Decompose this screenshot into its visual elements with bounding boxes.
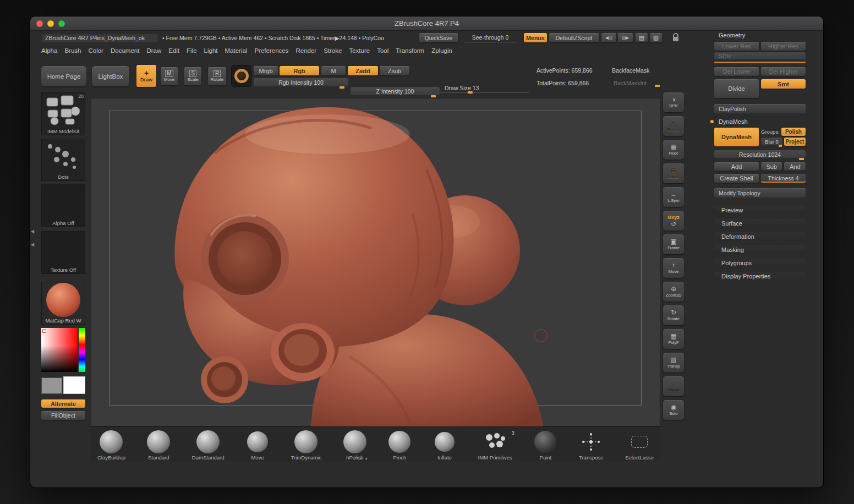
alternate-button[interactable]: Alternate bbox=[41, 399, 85, 408]
draw-size-handle[interactable] bbox=[468, 91, 473, 94]
default-zscript-button[interactable]: DefaultZScript bbox=[549, 33, 599, 42]
resolution-slider[interactable]: Resolution 1024 bbox=[714, 150, 806, 158]
menu-item-zplugin[interactable]: Zplugin bbox=[431, 47, 452, 54]
zadd-button[interactable]: Zadd bbox=[348, 66, 378, 75]
back-mask-int-handle[interactable] bbox=[655, 85, 660, 87]
brush-paint[interactable]: Paint bbox=[534, 430, 557, 461]
color-picker[interactable] bbox=[41, 328, 85, 372]
copy-document-icon[interactable]: ▤ bbox=[636, 33, 648, 42]
menu-item-edit[interactable]: Edit bbox=[168, 47, 179, 54]
dynamesh-add-button[interactable]: Add bbox=[714, 162, 759, 171]
dynamesh-and-button[interactable]: And bbox=[784, 162, 806, 171]
solo-toggle[interactable]: ◉Solo bbox=[663, 400, 684, 420]
create-shell-button[interactable]: Create Shell bbox=[714, 174, 759, 183]
window-titlebar[interactable]: ZBrushCore 4R7 P4 bbox=[30, 17, 823, 31]
back-mask-int-slider[interactable]: BackMaskInt bbox=[614, 79, 647, 87]
rotate-viewport-button[interactable]: ↻Rotate bbox=[663, 305, 684, 325]
thickness-slider[interactable]: Thickness 4 bbox=[761, 174, 806, 183]
imm-modelkit-thumbnail[interactable]: 20 IMM ModelKit bbox=[41, 92, 85, 135]
tool-selectlasso[interactable]: SelectLasso bbox=[625, 430, 654, 461]
surface-section-header[interactable]: Surface bbox=[714, 219, 806, 228]
brush-claybuildup[interactable]: ClayBuildup bbox=[97, 430, 125, 461]
brush-trimdynamic[interactable]: TrimDynamic bbox=[291, 430, 322, 461]
brush-move[interactable]: Move bbox=[246, 430, 269, 461]
saturation-value-square[interactable] bbox=[41, 328, 78, 372]
left-edge-collapse-icon[interactable]: ◀ bbox=[31, 229, 34, 234]
z-intensity-slider[interactable]: Z Intensity 100 bbox=[351, 87, 440, 96]
rgb-button[interactable]: Rgb bbox=[280, 66, 319, 75]
ghost-toggle[interactable]: ◌Ghost bbox=[663, 376, 684, 396]
mrgb-button[interactable]: Mrgb bbox=[254, 66, 278, 75]
menu-item-file[interactable]: File bbox=[187, 47, 197, 54]
export-document-icon[interactable]: ▥ bbox=[650, 33, 662, 42]
m-button[interactable]: M bbox=[321, 66, 346, 75]
perspective-toggle[interactable]: △Persp bbox=[663, 116, 684, 136]
rgb-intensity-handle[interactable] bbox=[340, 86, 344, 89]
rotate-mode-button[interactable]: R Rotate bbox=[208, 67, 226, 85]
close-window-button[interactable] bbox=[36, 20, 43, 27]
menu-item-transform[interactable]: Transform bbox=[396, 47, 424, 54]
blur-handle[interactable] bbox=[779, 145, 782, 147]
floor-grid-toggle[interactable]: ▦Floor bbox=[663, 140, 684, 160]
preview-section-header[interactable]: Preview bbox=[714, 206, 806, 215]
local-transform-toggle[interactable]: ◎Local bbox=[663, 163, 684, 183]
zscript-play-icon[interactable]: ||||▶ bbox=[618, 33, 633, 42]
tray-scroll-arrows-icon[interactable]: ▲▲ bbox=[359, 456, 370, 460]
stroke-dots-thumbnail[interactable]: Dots bbox=[41, 139, 85, 181]
resolution-handle[interactable] bbox=[799, 158, 804, 160]
menu-item-alpha[interactable]: Alpha bbox=[41, 47, 57, 54]
see-through-slider[interactable]: See-through 0 bbox=[465, 33, 516, 42]
left-edge-collapse-icon-2[interactable]: ◀ bbox=[31, 242, 34, 247]
divide-button[interactable]: Divide bbox=[714, 79, 759, 98]
brush-inflate[interactable]: Inflate bbox=[433, 430, 456, 461]
polyframe-toggle[interactable]: ▦PolyF bbox=[663, 329, 684, 349]
del-lower-button[interactable]: Del Lower bbox=[714, 67, 759, 76]
modify-topology-button[interactable]: Modify Topology bbox=[714, 188, 806, 198]
texture-off-thumbnail[interactable]: Texture Off bbox=[41, 231, 85, 274]
fullscreen-window-button[interactable] bbox=[58, 20, 65, 27]
menu-item-stroke[interactable]: Stroke bbox=[324, 47, 342, 54]
display-properties-section-header[interactable]: Display Properties bbox=[714, 272, 806, 281]
minimize-window-button[interactable] bbox=[47, 20, 54, 27]
brush-imm-primitives[interactable]: 3 IMM Primitives bbox=[478, 430, 512, 461]
hue-strip[interactable] bbox=[79, 328, 85, 372]
rgb-intensity-slider[interactable]: Rgb Intensity 100 bbox=[254, 78, 348, 87]
deformation-section-header[interactable]: Deformation bbox=[714, 232, 806, 241]
draw-mode-button[interactable]: + Draw bbox=[136, 65, 156, 87]
zoom3d-button[interactable]: ⊕Zoom3D bbox=[663, 282, 684, 302]
lower-res-button[interactable]: Lower Res bbox=[714, 42, 759, 51]
menu-item-material[interactable]: Material bbox=[225, 47, 248, 54]
backface-mask-toggle[interactable]: BackfaceMask bbox=[612, 66, 649, 74]
menu-item-tool[interactable]: Tool bbox=[377, 47, 388, 54]
dynamesh-sub-button[interactable]: Sub bbox=[761, 162, 782, 171]
project-toggle[interactable]: Project bbox=[784, 138, 806, 146]
brush-damstandard[interactable]: DamStandard bbox=[192, 430, 225, 461]
menu-item-draw[interactable]: Draw bbox=[146, 47, 161, 54]
z-intensity-handle[interactable] bbox=[431, 95, 436, 97]
del-higher-button[interactable]: Del Higher bbox=[761, 67, 806, 76]
menus-button[interactable]: Menus bbox=[524, 33, 547, 42]
lock-icon[interactable] bbox=[671, 32, 681, 42]
zscript-rewind-icon[interactable]: ◀|||| bbox=[601, 33, 616, 42]
scale-mode-button[interactable]: S Scale bbox=[184, 67, 201, 85]
draw-size-slider[interactable]: Draw Size 13 bbox=[440, 84, 529, 92]
tool-transpose[interactable]: Transpose bbox=[579, 430, 604, 461]
frame-mesh-button[interactable]: ▣Frame bbox=[663, 234, 684, 254]
menu-item-brush[interactable]: Brush bbox=[64, 47, 81, 54]
masking-section-header[interactable]: Masking bbox=[714, 245, 806, 254]
zsub-button[interactable]: Zsub bbox=[380, 66, 409, 75]
menu-item-light[interactable]: Light bbox=[204, 47, 218, 54]
menu-item-render[interactable]: Render bbox=[295, 47, 316, 54]
quicksave-button[interactable]: QuickSave bbox=[419, 33, 458, 42]
brush-pinch[interactable]: Pinch bbox=[388, 430, 411, 461]
claypolish-button[interactable]: ClayPolish bbox=[714, 104, 806, 113]
brush-standard[interactable]: Standard bbox=[147, 430, 170, 461]
blur-slider[interactable]: Blur 0 bbox=[761, 138, 782, 146]
sculpt-viewport[interactable] bbox=[91, 98, 660, 426]
transparency-toggle[interactable]: ▨Transp bbox=[663, 353, 684, 372]
sdiv-slider[interactable]: SDiv bbox=[714, 52, 806, 60]
menu-item-texture[interactable]: Texture bbox=[349, 47, 370, 54]
polygroups-section-header[interactable]: Polygroups bbox=[714, 259, 806, 267]
alpha-off-thumbnail[interactable]: Alpha Off bbox=[41, 184, 85, 227]
smooth-subdivision-toggle[interactable]: Smt bbox=[761, 79, 806, 89]
